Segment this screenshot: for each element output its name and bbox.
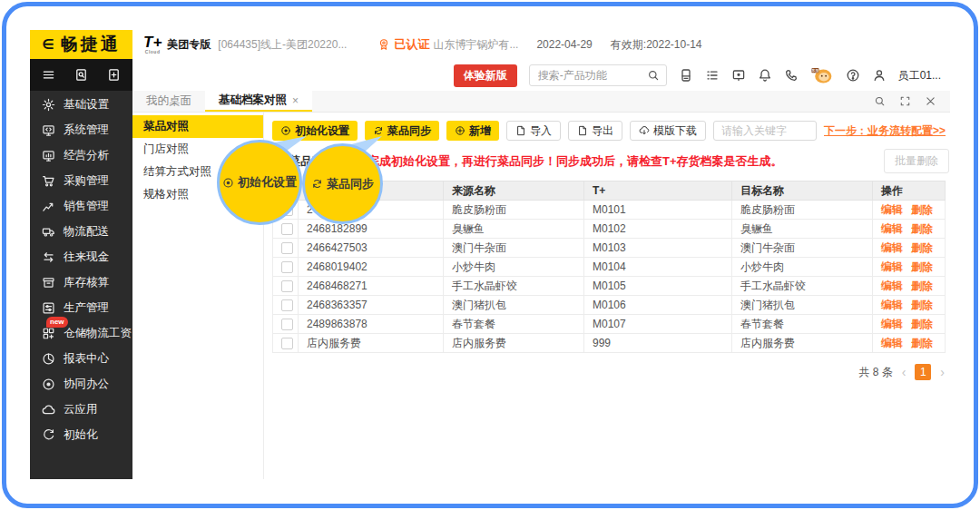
sidebar-item-12[interactable]: 协同办公 [30, 371, 132, 397]
sidebar-item-11[interactable]: 报表中心 [30, 346, 132, 371]
delete-link[interactable]: 删除 [911, 222, 933, 235]
secondary-button-2[interactable]: 导出 [568, 121, 622, 141]
callout-init-setup: 初始化设置 [217, 140, 302, 225]
keyword-input[interactable] [713, 121, 817, 141]
row-checkbox[interactable] [281, 338, 293, 349]
close-icon[interactable] [925, 95, 936, 107]
edit-link[interactable]: 编辑 [881, 299, 903, 311]
table-row: 店内服务费店内服务费999店内服务费编辑删除 [273, 334, 946, 353]
tab-2[interactable]: 基础档案对照× [205, 91, 312, 112]
sidebar-item-9[interactable]: 生产管理 [30, 295, 132, 320]
user-icon[interactable] [872, 68, 887, 83]
next-step-link[interactable]: 下一步：业务流转配置>> [824, 123, 947, 139]
help-icon[interactable] [846, 68, 860, 83]
delete-link[interactable]: 删除 [911, 280, 933, 292]
next-page-button[interactable]: › [940, 366, 945, 378]
cell-source-name: 小炒牛肉 [444, 258, 584, 277]
cell-actions: 编辑删除 [873, 258, 946, 277]
edit-link[interactable]: 编辑 [881, 222, 903, 235]
sidebar-item-label: 库存核算 [64, 275, 109, 290]
primary-button-3[interactable]: 新增 [446, 121, 499, 141]
cell-source-code: 2468182899 [299, 220, 444, 239]
sidebar-item-4[interactable]: 采购管理 [30, 168, 132, 193]
search-icon[interactable] [874, 95, 886, 107]
cell-actions: 编辑删除 [873, 239, 946, 258]
tplus-logo: T+ Cloud [143, 34, 162, 54]
edit-link[interactable]: 编辑 [881, 241, 903, 254]
compare-type-item-1[interactable]: 菜品对照 [132, 115, 263, 138]
current-user-label[interactable]: 员工01... [898, 68, 941, 83]
row-checkbox[interactable] [281, 280, 293, 292]
tab-1[interactable]: 我的桌面 [132, 91, 205, 112]
delete-link[interactable]: 删除 [911, 203, 933, 216]
doc-search-icon[interactable] [74, 68, 88, 82]
edit-link[interactable]: 编辑 [881, 318, 903, 330]
edit-link[interactable]: 编辑 [881, 337, 903, 349]
toolbar: 初始化设置菜品同步新增 导入导出模版下载 下一步：业务流转配置>> [272, 120, 947, 142]
row-checkbox[interactable] [281, 261, 293, 273]
bell-icon[interactable] [758, 68, 772, 83]
expand-icon[interactable] [899, 95, 911, 107]
sidebar-item-8[interactable]: 库存核算 [30, 270, 132, 295]
checklist-icon[interactable] [705, 68, 720, 83]
cell-actions: 编辑删除 [873, 315, 946, 334]
cell-actions: 编辑删除 [873, 277, 946, 296]
callout-sync-label: 菜品同步 [327, 176, 374, 192]
sidebar-item-label: 销售管理 [64, 199, 109, 214]
table-row: 2468182899臭鳜鱼M0102臭鳜鱼编辑删除 [273, 220, 946, 239]
row-checkbox[interactable] [281, 242, 293, 254]
product-search-input[interactable] [536, 68, 643, 83]
row-checkbox[interactable] [281, 223, 293, 235]
cell-source-name: 臭鳜鱼 [444, 220, 584, 239]
sync-icon [373, 125, 384, 136]
delete-link[interactable]: 删除 [911, 299, 933, 311]
product-search-box[interactable] [529, 64, 667, 86]
sidebar-item-label: 协同办公 [64, 377, 109, 392]
search-icon[interactable] [647, 69, 660, 82]
table-row: 2468019402小炒牛肉M0104小炒牛肉编辑删除 [273, 258, 946, 277]
brand-logo-text: 畅捷通 [61, 33, 121, 56]
secondary-button-1[interactable]: 导入 [506, 121, 561, 141]
current-page-button[interactable]: 1 [915, 364, 931, 380]
hamburger-icon[interactable] [42, 68, 55, 82]
calculator-icon[interactable] [679, 68, 693, 83]
cell-actions: 编辑删除 [873, 220, 946, 239]
sidebar-item-6[interactable]: 物流配送 [30, 219, 132, 244]
sidebar-item-1[interactable]: 基础设置 [30, 92, 132, 117]
delete-link[interactable]: 删除 [911, 260, 933, 273]
brand-logo-arrow-icon: ∈ [42, 36, 54, 53]
primary-button-2[interactable]: 菜品同步 [365, 121, 439, 141]
batch-delete-button[interactable]: 批量删除 [884, 149, 949, 173]
doc-add-icon[interactable] [107, 68, 121, 82]
delete-link[interactable]: 删除 [911, 241, 933, 254]
sidebar-item-14[interactable]: 初始化 [30, 422, 132, 447]
edit-link[interactable]: 编辑 [881, 280, 903, 292]
try-new-version-button[interactable]: 体验新版 [454, 64, 517, 87]
sidebar-item-3[interactable]: 经营分析 [30, 142, 132, 168]
sidebar-item-13[interactable]: 云应用 [30, 397, 132, 422]
mascot-icon[interactable]: 客服 [810, 65, 834, 85]
pagination: 共 8 条 ‹ 1 › [272, 364, 945, 380]
sidebar-item-7[interactable]: 往来现金 [30, 244, 132, 270]
edit-link[interactable]: 编辑 [881, 203, 903, 216]
delete-link[interactable]: 删除 [911, 337, 933, 349]
edit-link[interactable]: 编辑 [881, 260, 903, 273]
tab-close-icon[interactable]: × [292, 94, 299, 107]
prev-page-button[interactable]: ‹ [902, 366, 906, 378]
button-label: 菜品同步 [387, 123, 431, 139]
sidebar-item-2[interactable]: 系统管理 [30, 117, 132, 142]
delete-link[interactable]: 删除 [911, 318, 933, 330]
cell-source-name: 店内服务费 [444, 334, 584, 353]
tab-bar-actions [874, 91, 950, 112]
primary-button-1[interactable]: 初始化设置 [272, 121, 358, 141]
row-checkbox[interactable] [281, 299, 293, 311]
secondary-button-3[interactable]: 模版下载 [630, 121, 706, 141]
sidebar-item-5[interactable]: 销售管理 [30, 193, 132, 219]
message-icon[interactable] [731, 68, 746, 83]
row-checkbox[interactable] [281, 319, 293, 330]
quick-bar: 体验新版 客服 员工01... [454, 63, 941, 88]
phone-icon[interactable] [784, 68, 799, 83]
sidebar-item-label: 云应用 [64, 402, 98, 417]
certification: 已认证 山东博宇锅炉有... 2022-04-29 有效期:2022-10-14 [377, 36, 701, 53]
sidebar-item-10[interactable]: new仓储物流工资 [30, 320, 132, 346]
